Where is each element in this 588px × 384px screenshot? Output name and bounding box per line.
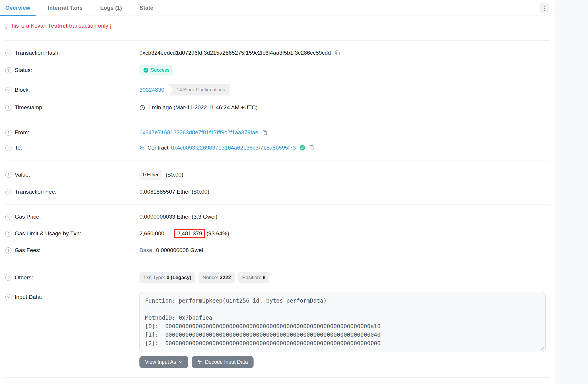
- timestamp-label: Timestamp:: [15, 104, 44, 111]
- position-badge: Position:8: [238, 272, 269, 283]
- more-options-button[interactable]: ⋮: [539, 3, 549, 13]
- to-kind: Contract: [147, 145, 169, 151]
- transaction-card: Overview Internal Txns Logs (1) State ⋮ …: [0, 0, 555, 384]
- nonce-badge: Nonce:3222: [199, 272, 235, 283]
- help-icon[interactable]: ?: [5, 145, 11, 151]
- check-circle-icon: [143, 68, 149, 73]
- input-data-label: Input Data:: [15, 294, 42, 300]
- gas-fees-label: Gas Fees:: [15, 247, 41, 254]
- section-gas: ? Gas Price: 0.0000000033 Ether (3.3 Gwe…: [0, 204, 555, 263]
- tab-overview[interactable]: Overview: [0, 0, 36, 16]
- status-badge: Success: [139, 65, 173, 76]
- row-value: ? Value: 0 Ether ($0.00): [0, 165, 555, 184]
- decode-input-data-button[interactable]: Decode Input Data: [192, 356, 254, 368]
- testnet-notice: [ This is a Kovan Testnet transaction on…: [5, 22, 555, 30]
- zoom-in-icon[interactable]: [139, 145, 145, 151]
- section-addresses: ? From: 0x647e7168122263d8e7f81f17fff9c2…: [0, 120, 555, 160]
- row-input-data: ? Input Data: Function: performUpkeep(ui…: [0, 288, 555, 373]
- row-block: ? Block: 30324830 14 Block Confirmations: [0, 80, 555, 100]
- to-label: To:: [15, 145, 22, 151]
- ether-value-badge: 0 Ether: [139, 170, 162, 180]
- status-value: Success: [151, 67, 169, 73]
- gas-limit-label: Gas Limit & Usage by Txn:: [15, 230, 81, 237]
- input-data-content[interactable]: Function: performUpkeep(uint256 id, byte…: [145, 296, 540, 348]
- base-fee-label: Base:: [139, 247, 154, 254]
- transaction-hash-value: 0xcb324eedcd1d07296fdf3d215a2865275f159c…: [139, 50, 331, 56]
- tabs: Overview Internal Txns Logs (1) State: [0, 0, 159, 16]
- block-number-link[interactable]: 30324830: [139, 87, 164, 93]
- clock-icon: [139, 105, 145, 110]
- txn-type-badge: Txn Type:0 (Legacy): [139, 272, 195, 283]
- section-value-fee: ? Value: 0 Ether ($0.00) ? Transaction F…: [0, 160, 555, 204]
- help-icon[interactable]: ?: [5, 275, 11, 281]
- row-gas-limit-usage: ? Gas Limit & Usage by Txn: 2,650,000 | …: [0, 224, 555, 243]
- kebab-icon: ⋮: [542, 5, 547, 11]
- value-label: Value:: [15, 172, 30, 178]
- position-value: 8: [263, 275, 265, 280]
- verified-check-icon: [299, 145, 305, 151]
- help-icon[interactable]: ?: [5, 231, 11, 237]
- tab-bar: Overview Internal Txns Logs (1) State ⋮: [0, 0, 555, 16]
- transaction-page: Overview Internal Txns Logs (1) State ⋮ …: [0, 0, 588, 384]
- txn-type-value: 0 (Legacy): [166, 275, 191, 280]
- block-label: Block:: [15, 87, 30, 93]
- divider: [4, 377, 550, 378]
- help-icon[interactable]: ?: [5, 105, 11, 111]
- row-gas-fees: ? Gas Fees: Base: 0.000000008 Gwei: [0, 243, 555, 258]
- view-input-as-button[interactable]: View Input As: [139, 356, 188, 368]
- notice-bold: Testnet: [48, 23, 67, 29]
- row-from: ? From: 0x647e7168122263d8e7f81f17fff9c2…: [0, 125, 555, 140]
- transaction-fee-label: Transaction Fee:: [15, 189, 56, 195]
- gas-price-label: Gas Price:: [15, 214, 41, 220]
- page-background-gutter: [555, 0, 588, 384]
- notice-suffix: transaction only ]: [68, 23, 111, 29]
- help-icon[interactable]: ?: [5, 214, 11, 220]
- decode-icon: [197, 360, 202, 365]
- section-others-input: ? Others: Txn Type:0 (Legacy) Nonce:3222…: [0, 263, 555, 377]
- help-icon[interactable]: ?: [5, 50, 11, 56]
- tab-logs[interactable]: Logs (1): [95, 0, 127, 16]
- help-icon[interactable]: ?: [5, 172, 11, 178]
- block-confirmations-badge: 14 Block Confirmations: [169, 84, 230, 95]
- row-status: ? Status: Success: [0, 61, 555, 80]
- copy-icon[interactable]: [334, 50, 340, 56]
- section-overview-top: ? Transaction Hash: 0xcb324eedcd1d07296f…: [0, 41, 555, 120]
- transaction-hash-label: Transaction Hash:: [15, 50, 60, 56]
- chevron-down-icon: [179, 360, 183, 364]
- help-icon[interactable]: ?: [5, 130, 11, 136]
- value-usd: ($0.00): [166, 172, 183, 178]
- row-others: ? Others: Txn Type:0 (Legacy) Nonce:3222…: [0, 268, 555, 288]
- help-icon[interactable]: ?: [5, 189, 11, 195]
- gas-used-annotation-box: 2,481,379: [174, 229, 205, 238]
- transaction-fee-value: 0.0081885507 Ether ($0.00): [139, 189, 209, 195]
- row-timestamp: ? Timestamp: 1 min ago (Mar-11-2022 11:4…: [0, 100, 555, 115]
- help-icon[interactable]: ?: [5, 67, 11, 73]
- tab-state[interactable]: State: [134, 0, 159, 16]
- gas-limit-value: 2,650,000: [139, 230, 164, 237]
- row-transaction-fee: ? Transaction Fee: 0.0081885507 Ether ($…: [0, 184, 555, 199]
- copy-icon[interactable]: [309, 145, 315, 151]
- gas-used-value: 2,481,379: [177, 230, 202, 237]
- row-gas-price: ? Gas Price: 0.0000000033 Ether (3.3 Gwe…: [0, 209, 555, 224]
- help-icon[interactable]: ?: [5, 294, 11, 300]
- from-address-link[interactable]: 0x647e7168122263d8e7f81f17fff9c2f1aa379f…: [139, 129, 258, 136]
- status-label: Status:: [15, 67, 32, 73]
- gas-used-percent: (93.64%): [206, 230, 229, 237]
- others-label: Others:: [15, 274, 33, 281]
- tab-internal-txns[interactable]: Internal Txns: [43, 0, 88, 16]
- from-label: From:: [15, 129, 29, 136]
- row-to: ? To: Contract 0x4cb093f226983713164a621…: [0, 140, 555, 155]
- timestamp-value: 1 min ago (Mar-11-2022 11:46:24 AM +UTC): [147, 104, 258, 111]
- input-actions: View Input As Decode Input Data: [139, 356, 546, 368]
- to-address-link[interactable]: 0x4cb093f226983713164a62138c3f718a5b595f…: [171, 145, 296, 151]
- resize-handle-icon[interactable]: [540, 347, 544, 351]
- gas-price-value: 0.0000000033 Ether (3.3 Gwei): [139, 214, 217, 220]
- input-data-box[interactable]: Function: performUpkeep(uint256 id, byte…: [139, 292, 546, 352]
- base-fee-value: 0.000000008 Gwei: [156, 247, 203, 254]
- copy-icon[interactable]: [262, 130, 268, 135]
- row-transaction-hash: ? Transaction Hash: 0xcb324eedcd1d07296f…: [0, 45, 555, 61]
- help-icon[interactable]: ?: [5, 87, 11, 93]
- help-icon[interactable]: ?: [5, 247, 11, 254]
- notice-prefix: [ This is a Kovan: [5, 23, 48, 29]
- separator: |: [169, 230, 170, 237]
